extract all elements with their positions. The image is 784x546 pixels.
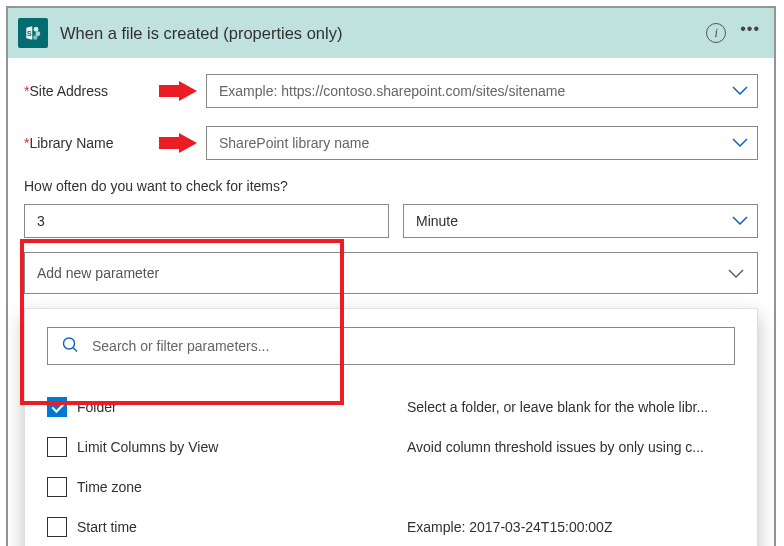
card-body: *Site Address *Library Name xyxy=(8,58,774,546)
card-title: When a file is created (properties only) xyxy=(60,24,706,43)
svg-marker-4 xyxy=(159,81,197,101)
checkbox-checked[interactable] xyxy=(47,397,67,417)
sharepoint-icon: S xyxy=(18,18,48,48)
add-parameter-section: Add new parameter Folder Select a folder… xyxy=(24,252,758,546)
parameter-panel: Folder Select a folder, or leave blank f… xyxy=(24,308,758,546)
checkbox[interactable] xyxy=(47,517,67,537)
red-arrow-icon xyxy=(159,133,197,153)
site-address-input[interactable] xyxy=(206,74,758,108)
library-name-label: *Library Name xyxy=(24,135,124,151)
action-card: S When a file is created (properties onl… xyxy=(6,6,776,546)
red-arrow-icon xyxy=(159,81,197,101)
library-name-input[interactable] xyxy=(206,126,758,160)
site-address-label: *Site Address xyxy=(24,83,124,99)
svg-point-6 xyxy=(64,338,75,349)
svg-text:S: S xyxy=(27,30,32,37)
interval-unit-select[interactable]: Minute xyxy=(403,204,758,238)
chevron-down-icon xyxy=(728,266,744,282)
svg-point-1 xyxy=(35,31,40,36)
library-name-row: *Library Name xyxy=(24,126,758,160)
svg-point-2 xyxy=(33,35,38,40)
checkbox[interactable] xyxy=(47,437,67,457)
param-row-time-zone[interactable]: Time zone xyxy=(47,467,735,507)
param-row-folder[interactable]: Folder Select a folder, or leave blank f… xyxy=(47,387,735,427)
checkbox[interactable] xyxy=(47,477,67,497)
interval-label: How often do you want to check for items… xyxy=(24,178,758,194)
search-icon xyxy=(61,336,79,357)
more-icon[interactable]: ••• xyxy=(740,20,760,38)
info-icon[interactable]: i xyxy=(706,23,726,43)
svg-line-7 xyxy=(73,348,77,352)
svg-marker-5 xyxy=(159,133,197,153)
svg-point-0 xyxy=(34,27,39,32)
site-address-row: *Site Address xyxy=(24,74,758,108)
param-row-limit-columns[interactable]: Limit Columns by View Avoid column thres… xyxy=(47,427,735,467)
interval-row: Minute xyxy=(24,204,758,238)
parameter-search-input[interactable] xyxy=(47,327,735,365)
add-parameter-dropdown[interactable]: Add new parameter xyxy=(24,252,758,294)
card-header: S When a file is created (properties onl… xyxy=(8,8,774,58)
interval-value-input[interactable] xyxy=(24,204,389,238)
param-row-start-time[interactable]: Start time Example: 2017-03-24T15:00:00Z xyxy=(47,507,735,546)
